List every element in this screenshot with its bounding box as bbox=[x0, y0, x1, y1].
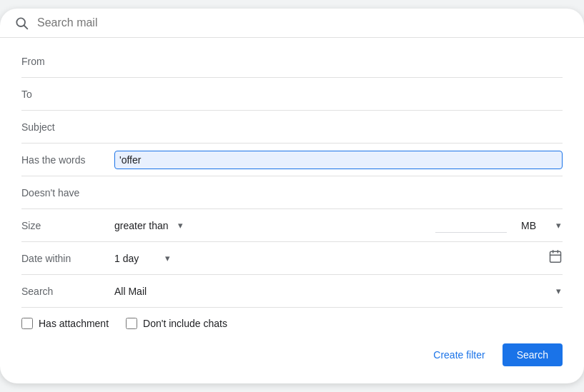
has-words-input[interactable] bbox=[114, 151, 563, 169]
dont-include-chats-checkbox[interactable] bbox=[126, 318, 137, 329]
date-input-wrap: 1 day 3 days 1 week 2 weeks 1 month 2 mo… bbox=[114, 249, 563, 267]
date-row: Date within 1 day 3 days 1 week 2 weeks … bbox=[21, 242, 563, 275]
svg-line-1 bbox=[24, 26, 28, 29]
size-comparator-wrap: greater than less than ▾ bbox=[114, 220, 184, 231]
search-dropdown-label: Search bbox=[21, 286, 114, 297]
subject-input[interactable] bbox=[114, 119, 563, 136]
search-bar bbox=[0, 9, 584, 38]
to-input[interactable] bbox=[114, 86, 563, 103]
has-attachment-checkbox[interactable] bbox=[21, 318, 33, 329]
dont-include-chats-checkbox-item[interactable]: Don't include chats bbox=[126, 318, 227, 329]
subject-label: Subject bbox=[21, 121, 114, 133]
date-select-wrap: 1 day 3 days 1 week 2 weeks 1 month 2 mo… bbox=[114, 253, 172, 264]
search-dropdown-wrap: All Mail Inbox Sent Mail Drafts Spam Tra… bbox=[114, 286, 563, 297]
size-row: Size greater than less than ▾ MB KB Byte… bbox=[21, 209, 563, 242]
size-unit-wrap: MB KB Bytes ▾ bbox=[521, 220, 563, 231]
subject-row: Subject bbox=[21, 111, 563, 144]
search-mail-input[interactable] bbox=[37, 16, 570, 29]
search-icon bbox=[14, 16, 29, 30]
date-label: Date within bbox=[21, 253, 114, 264]
from-input[interactable] bbox=[114, 53, 563, 70]
search-button[interactable]: Search bbox=[503, 343, 563, 366]
has-attachment-checkbox-item[interactable]: Has attachment bbox=[21, 318, 109, 329]
from-row: From bbox=[21, 45, 563, 78]
search-dropdown-row: Search All Mail Inbox Sent Mail Drafts S… bbox=[21, 275, 563, 308]
actions-row: Create filter Search bbox=[21, 336, 563, 369]
size-value-input[interactable] bbox=[435, 218, 507, 233]
from-label: From bbox=[21, 56, 114, 67]
calendar-icon[interactable] bbox=[548, 249, 563, 267]
has-words-label: Has the words bbox=[21, 154, 114, 166]
checkboxes-row: Has attachment Don't include chats bbox=[21, 308, 563, 336]
size-comparator-select[interactable]: greater than less than bbox=[114, 220, 184, 231]
size-right: MB KB Bytes ▾ bbox=[428, 218, 563, 233]
doesnt-have-input[interactable] bbox=[114, 184, 563, 201]
has-words-row: Has the words bbox=[21, 144, 563, 176]
to-label: To bbox=[21, 89, 114, 100]
doesnt-have-label: Doesn't have bbox=[21, 187, 114, 198]
date-within-select[interactable]: 1 day 3 days 1 week 2 weeks 1 month 2 mo… bbox=[114, 253, 172, 264]
size-label: Size bbox=[21, 220, 114, 231]
has-attachment-label: Has attachment bbox=[39, 318, 109, 329]
create-filter-button[interactable]: Create filter bbox=[425, 343, 493, 366]
size-unit-select[interactable]: MB KB Bytes bbox=[521, 220, 563, 231]
svg-rect-2 bbox=[550, 251, 561, 262]
form-area: From To Subject Has the words Doesn't ha… bbox=[0, 38, 584, 383]
search-dialog: From To Subject Has the words Doesn't ha… bbox=[0, 9, 584, 383]
doesnt-have-row: Doesn't have bbox=[21, 176, 563, 209]
search-scope-select[interactable]: All Mail Inbox Sent Mail Drafts Spam Tra… bbox=[114, 286, 563, 297]
dont-include-chats-label: Don't include chats bbox=[143, 318, 227, 329]
to-row: To bbox=[21, 78, 563, 111]
